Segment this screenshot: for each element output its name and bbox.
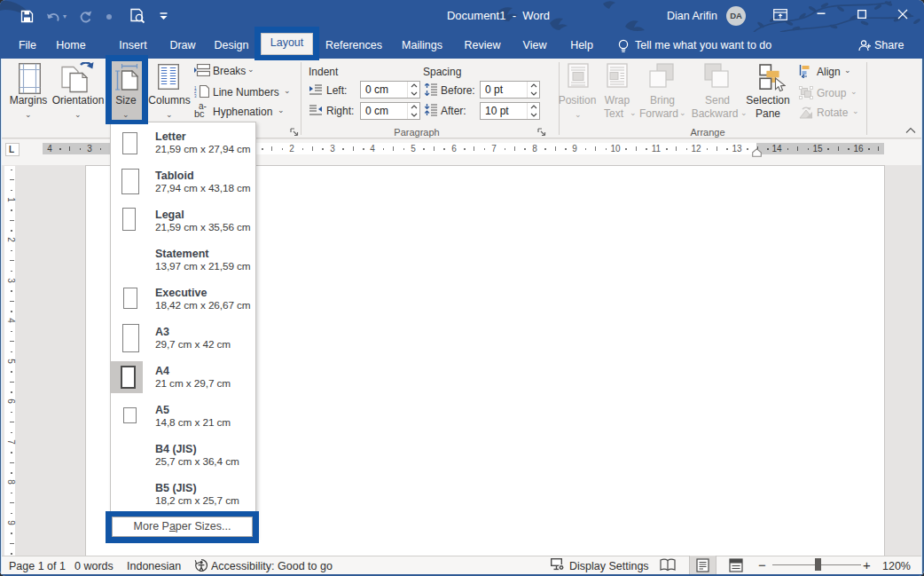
svg-text:3: 3 — [194, 94, 197, 99]
